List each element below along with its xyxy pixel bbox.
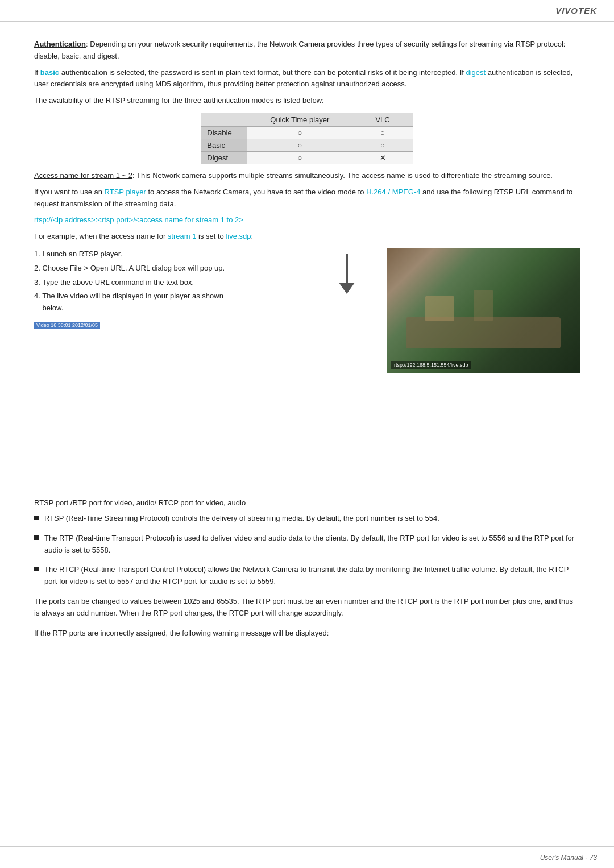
table-row: Digest○✕ [201, 151, 413, 164]
bullet-icon-1 [34, 516, 39, 520]
warning-note: If the RTP ports are incorrectly assigne… [34, 628, 580, 639]
step-3: 3. Type the above URL command in the tex… [34, 277, 330, 289]
arrow-line [346, 254, 348, 283]
auth-availability-line: The availability of the RTSP streaming f… [34, 95, 580, 107]
table-cell-label: Basic [201, 139, 247, 151]
auth-table: Quick Time player VLC Disable○○Basic○○Di… [201, 113, 413, 164]
camera-scene [387, 248, 580, 373]
header-bar: VIVOTEK [0, 0, 614, 22]
camera-image: rtsp://192.168.5.151:554/live.sdp [387, 248, 580, 373]
main-content: Authentication: Depending on your networ… [0, 22, 614, 678]
steps-left: 1. Launch an RTSP player. 2. Choose File… [34, 248, 330, 373]
auth-intro: : Depending on your network security req… [34, 40, 565, 60]
table-cell-vlc: ✕ [352, 151, 413, 164]
table-row: Disable○○ [201, 126, 413, 139]
footer-bar: User's Manual - 73 [0, 846, 614, 868]
live-sdp-link: live.sdp [226, 232, 251, 240]
bullet-text-rtsp: RTSP (Real-Time Streaming Protocol) cont… [44, 513, 580, 525]
example-middle: is set to [196, 232, 226, 240]
table-cell-vlc: ○ [352, 139, 413, 151]
rtsp-port-title: RTSP port /RTP port for video, audio/ RT… [34, 499, 580, 507]
table-cell-qt: ○ [247, 139, 352, 151]
table-cell-label: Digest [201, 151, 247, 164]
table-cell-qt: ○ [247, 151, 352, 164]
auth-basic-middle: authentication is selected, the password… [59, 68, 466, 77]
bullet-text-rtcp: The RTCP (Real-time Transport Control Pr… [44, 564, 580, 588]
rtsp-player-prefix: If you want to use an [34, 188, 105, 196]
step-1: 1. Launch an RTSP player. [34, 248, 330, 260]
page-container: VIVOTEK Authentication: Depending on you… [0, 0, 614, 868]
bullet-icon-3 [34, 567, 39, 571]
arrow-down-icon [339, 283, 355, 294]
example-prefix: For example, when the access name for [34, 232, 168, 240]
brand-logo: VIVOTEK [555, 6, 597, 15]
rtsp-player-middle: to access the Network Camera, you have t… [146, 188, 366, 196]
camera-url-bar: rtsp://192.168.5.151:554/live.sdp [391, 361, 471, 369]
auth-section: Authentication: Depending on your networ… [34, 39, 580, 63]
bullet-rtcp: The RTCP (Real-time Transport Control Pr… [34, 564, 580, 588]
step-2: 2. Choose File > Open URL. A URL dialog … [34, 263, 330, 275]
auth-basic-prefix: If [34, 68, 40, 77]
access-title-line: Access name for stream 1 ~ 2: This Netwo… [34, 170, 580, 182]
bullet-text-rtp: The RTP (Real-time Transport Protocol) i… [44, 533, 580, 556]
rtsp-player-link: RTSP player [105, 188, 146, 196]
access-title-suffix: : This Network camera supports multiple … [132, 171, 553, 180]
rtsp-port-section: RTSP port /RTP port for video, audio/ RT… [34, 499, 580, 639]
video-label-bar: Video 16:38:01 2012/01/05 [34, 322, 100, 329]
spacer [34, 379, 580, 493]
access-title: Access name for stream 1 ~ 2 [34, 171, 132, 180]
h264-link: H.264 / MPEG-4 [366, 188, 420, 196]
auth-digest-keyword: digest [466, 68, 486, 77]
bullet-icon-2 [34, 535, 39, 540]
steps-image-area: 1. Launch an RTSP player. 2. Choose File… [34, 248, 580, 373]
url-command: rtsp://<ip address>:<rtsp port>/<access … [34, 214, 580, 226]
table-cell-vlc: ○ [352, 126, 413, 139]
table-col-vlc: VLC [352, 113, 413, 126]
auth-table-wrap: Quick Time player VLC Disable○○Basic○○Di… [34, 113, 580, 164]
example-suffix: : [251, 232, 254, 240]
example-line: For example, when the access name for st… [34, 231, 580, 243]
auth-basic-line: If basic authentication is selected, the… [34, 67, 580, 91]
auth-title: Authentication [34, 40, 86, 48]
bullet-rtsp: RTSP (Real-Time Streaming Protocol) cont… [34, 513, 580, 525]
step-4: 4. The live video will be displayed in y… [34, 290, 330, 314]
table-col-quicktime: Quick Time player [247, 113, 352, 126]
auth-basic-keyword: basic [40, 68, 59, 77]
table-row: Basic○○ [201, 139, 413, 151]
rtsp-player-line: If you want to use an RTSP player to acc… [34, 186, 580, 210]
table-cell-label: Disable [201, 126, 247, 139]
footer-text: User's Manual - 73 [540, 854, 597, 862]
ports-note: The ports can be changed to values betwe… [34, 596, 580, 620]
table-cell-qt: ○ [247, 126, 352, 139]
stream1-link: stream 1 [168, 232, 197, 240]
bullet-rtp: The RTP (Real-time Transport Protocol) i… [34, 533, 580, 556]
table-col-empty [201, 113, 247, 126]
url-command-text: rtsp://<ip address>:<rtsp port>/<access … [34, 215, 243, 224]
